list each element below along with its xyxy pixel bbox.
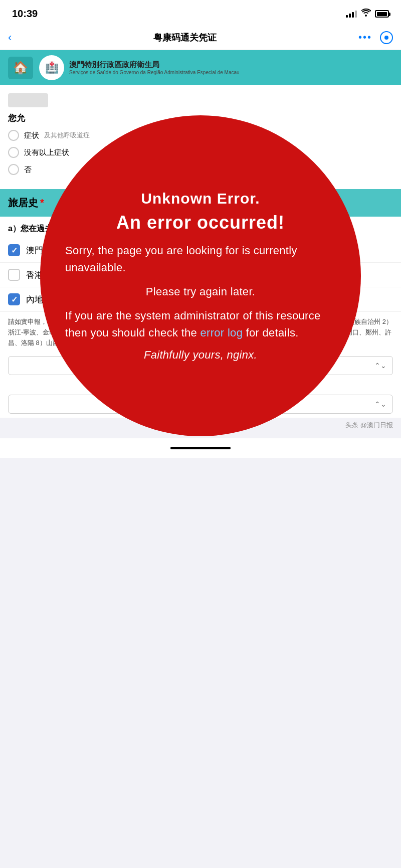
error-footer: Faithfully yours, nginx. <box>144 349 257 362</box>
symptom-label: 症状 <box>24 131 39 140</box>
no-checkbox[interactable] <box>8 164 19 175</box>
scan-button[interactable] <box>380 31 393 44</box>
back-button[interactable]: ‹ <box>8 31 12 44</box>
no-label: 否 <box>24 165 32 175</box>
dropdown-2-arrow: ⌃⌄ <box>374 362 386 370</box>
error-circle: Unknown Error. An error occurred! Sorry,… <box>40 115 361 436</box>
header-banner: 🏠 🏥 澳門特別行政區政府衛生局 Serviços de Saúde do Go… <box>0 50 401 85</box>
error-title: Unknown Error. <box>141 190 260 207</box>
status-time: 10:39 <box>12 8 38 20</box>
error-overlay-container: Unknown Error. An error occurred! Sorry,… <box>40 115 361 436</box>
status-bar: 10:39 <box>0 0 401 25</box>
org-name-cn: 澳門特別行政區政府衛生局 <box>69 60 240 70</box>
mainland-checkbox[interactable]: ✓ <box>8 293 20 305</box>
error-body-3: If you are the system administrator of t… <box>65 307 336 341</box>
status-icons <box>346 9 389 19</box>
error-subtitle: An error occurred! <box>116 212 285 233</box>
hk-checkbox[interactable] <box>8 269 20 281</box>
bottom-bar <box>0 438 401 458</box>
no-symptom-checkbox[interactable] <box>8 147 19 158</box>
scan-icon <box>384 36 388 40</box>
macau-checkbox[interactable]: ✓ <box>8 244 20 256</box>
nav-bar: ‹ 粤康码通关凭证 ••• <box>0 25 401 50</box>
dropdown-4-arrow: ⌃⌄ <box>374 400 386 408</box>
nav-actions: ••• <box>358 31 393 44</box>
wifi-icon <box>361 9 371 19</box>
more-button[interactable]: ••• <box>358 32 372 43</box>
section-title: 旅居史 <box>8 196 38 210</box>
error-body-1: Sorry, the page you are looking for is c… <box>65 242 336 276</box>
org-logo: 🏥 <box>39 55 64 80</box>
main-content: 您允 症状 及其他呼吸道症 没有以上症状 否 Unknown Error. An… <box>0 85 401 837</box>
org-text: 澳門特別行政區政府衛生局 Serviços de Saúde do Govern… <box>69 60 240 75</box>
org-logo-area: 🏥 澳門特別行政區政府衛生局 Serviços de Saúde do Gove… <box>39 55 240 80</box>
error-body-2: Please try again later. <box>146 283 255 300</box>
symptom-checkbox[interactable] <box>8 130 19 141</box>
checkmark-icon-2: ✓ <box>11 295 18 304</box>
battery-icon <box>375 10 389 18</box>
nav-title: 粤康码通关凭证 <box>153 32 217 44</box>
home-icon: 🏠 <box>8 57 33 79</box>
error-link: error log <box>200 326 243 339</box>
checkmark-icon: ✓ <box>11 246 18 255</box>
signal-icon <box>346 10 357 18</box>
org-name-pt: Serviços de Saúde do Governo da Região A… <box>69 70 240 75</box>
home-indicator <box>170 447 231 449</box>
blurred-image <box>8 93 48 107</box>
